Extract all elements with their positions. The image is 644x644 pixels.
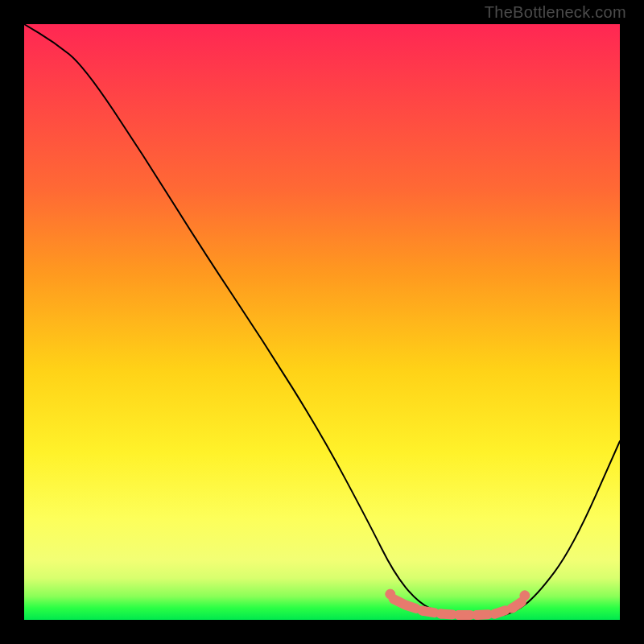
highlight-end-dot xyxy=(520,591,530,601)
curve-svg xyxy=(24,24,620,620)
highlight-segment xyxy=(513,602,522,608)
highlight-end-dot xyxy=(386,589,395,599)
bottleneck-curve xyxy=(24,24,620,617)
highlight-markers xyxy=(386,589,530,615)
chart-frame: TheBottleneck.com xyxy=(0,0,644,644)
watermark-text: TheBottleneck.com xyxy=(485,3,626,22)
plot-area xyxy=(24,24,620,620)
